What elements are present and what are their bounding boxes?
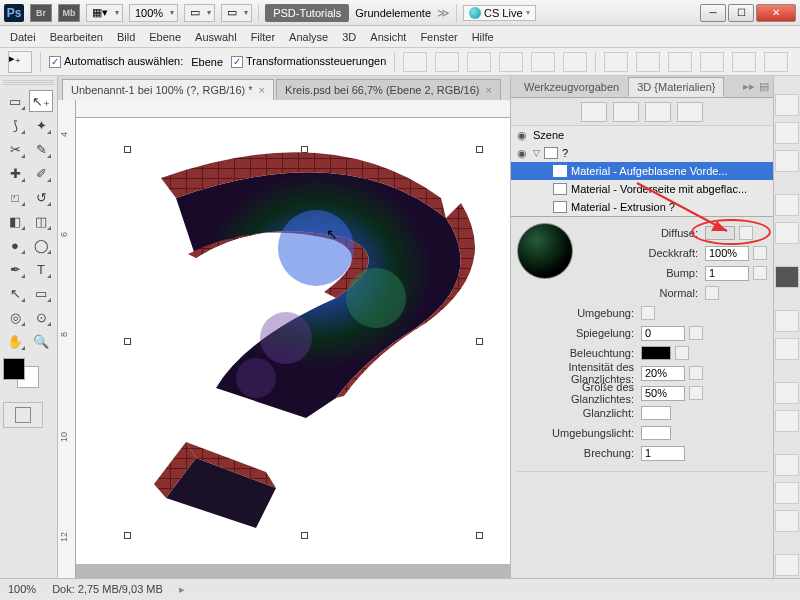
close-tab-icon[interactable]: × xyxy=(486,84,492,96)
distribute-2-icon[interactable] xyxy=(636,52,660,72)
umgebungslicht-swatch[interactable] xyxy=(641,426,671,440)
align-vcenter-icon[interactable] xyxy=(435,52,459,72)
scene-item-material-2[interactable]: Material - Vorderseite mit abgeflac... xyxy=(511,180,773,198)
transform-handle[interactable] xyxy=(124,338,131,345)
material-preview-sphere[interactable] xyxy=(517,223,573,279)
input-glanz-intensitaet[interactable]: 20% xyxy=(641,366,685,381)
3d-tool[interactable]: ◎ xyxy=(3,306,27,328)
3d-light-filter-icon[interactable] xyxy=(677,102,703,122)
bump-menu-icon[interactable] xyxy=(753,266,767,280)
color-swatches[interactable] xyxy=(3,358,39,388)
ruler-vertical[interactable]: 4 6 8 10 12 xyxy=(58,100,76,578)
tab-werkzeugvorgaben[interactable]: Werkzeugvorgaben xyxy=(515,77,628,97)
canvas[interactable]: ↖ xyxy=(76,118,510,578)
shape-tool[interactable]: ▭ xyxy=(29,282,53,304)
dock-layers-icon[interactable] xyxy=(775,454,799,476)
3d-mesh-filter-icon[interactable] xyxy=(613,102,639,122)
input-spiegelung[interactable]: 0 xyxy=(641,326,685,341)
diffuse-menu-icon[interactable] xyxy=(739,226,753,240)
input-deckkraft[interactable]: 100% xyxy=(705,246,749,261)
dodge-tool[interactable]: ◯ xyxy=(29,234,53,256)
crop-tool[interactable]: ✂ xyxy=(3,138,27,160)
hand-tool[interactable]: ✋ xyxy=(3,330,27,352)
marquee-tool[interactable]: ▭ xyxy=(3,90,27,112)
arrange-dropdown[interactable]: ▭ xyxy=(184,4,215,22)
dock-actions-icon[interactable] xyxy=(775,338,799,360)
eyedropper-tool[interactable]: ✎ xyxy=(29,138,53,160)
healing-tool[interactable]: ✚ xyxy=(3,162,27,184)
input-glanz-groesse[interactable]: 50% xyxy=(641,386,685,401)
move-tool[interactable]: ↖₊ xyxy=(29,90,53,112)
gradient-tool[interactable]: ◫ xyxy=(29,210,53,232)
stamp-tool[interactable]: ⏍ xyxy=(3,186,27,208)
cslive-button[interactable]: CS Live ▾ xyxy=(463,5,536,21)
dock-paths-icon[interactable] xyxy=(775,510,799,532)
menu-datei[interactable]: Datei xyxy=(10,31,36,43)
panel-collapse-icon[interactable]: ▸▸ xyxy=(743,80,755,93)
path-tool[interactable]: ↖ xyxy=(3,282,27,304)
menu-fenster[interactable]: Fenster xyxy=(420,31,457,43)
dock-3d-icon[interactable] xyxy=(775,554,799,576)
minimize-button[interactable]: ─ xyxy=(700,4,726,22)
distribute-6-icon[interactable] xyxy=(764,52,788,72)
tab-2[interactable]: Kreis.psd bei 66,7% (Ebene 2, RGB/16)× xyxy=(276,79,501,100)
transform-handle[interactable] xyxy=(124,146,131,153)
beleuchtung-swatch[interactable] xyxy=(641,346,671,360)
transform-checkbox[interactable]: Transformationssteuerungen xyxy=(231,55,386,68)
bridge-icon[interactable]: Br xyxy=(30,4,52,22)
align-right-icon[interactable] xyxy=(563,52,587,72)
menu-analyse[interactable]: Analyse xyxy=(289,31,328,43)
auto-select-dropdown[interactable]: Ebene xyxy=(191,56,223,68)
distribute-5-icon[interactable] xyxy=(732,52,756,72)
input-brechung[interactable]: 1 xyxy=(641,446,685,461)
distribute-1-icon[interactable] xyxy=(604,52,628,72)
status-docsize[interactable]: Dok: 2,75 MB/9,03 MB xyxy=(52,583,163,595)
dock-character-icon[interactable] xyxy=(775,382,799,404)
workspace-expand[interactable]: ≫ xyxy=(437,6,450,20)
status-arrow-icon[interactable]: ▸ xyxy=(179,583,185,596)
align-hcenter-icon[interactable] xyxy=(531,52,555,72)
quick-mask-toggle[interactable] xyxy=(3,402,43,428)
distribute-4-icon[interactable] xyxy=(700,52,724,72)
magic-wand-tool[interactable]: ✦ xyxy=(29,114,53,136)
view-dropdown[interactable]: ▦▾ xyxy=(86,4,123,22)
tab-1[interactable]: Unbenannt-1 bei 100% (?, RGB/16) *× xyxy=(62,79,274,100)
glanz-int-menu-icon[interactable] xyxy=(689,366,703,380)
minibridge-icon[interactable]: Mb xyxy=(58,4,80,22)
transform-handle[interactable] xyxy=(476,338,483,345)
brush-tool[interactable]: ✐ xyxy=(29,162,53,184)
screenmode-dropdown[interactable]: ▭ xyxy=(221,4,252,22)
glanzlicht-swatch[interactable] xyxy=(641,406,671,420)
current-tool-icon[interactable]: ▸₊ xyxy=(8,51,32,73)
dock-adjustments-icon[interactable] xyxy=(775,194,799,216)
menu-bearbeiten[interactable]: Bearbeiten xyxy=(50,31,103,43)
fg-color[interactable] xyxy=(3,358,25,380)
auto-select-checkbox[interactable]: Automatisch auswählen: xyxy=(49,55,183,68)
dock-history-icon[interactable] xyxy=(775,310,799,332)
menu-filter[interactable]: Filter xyxy=(251,31,275,43)
panel-menu-icon[interactable]: ▤ xyxy=(759,80,769,93)
close-button[interactable]: ✕ xyxy=(756,4,796,22)
3d-camera-tool[interactable]: ⊙ xyxy=(29,306,53,328)
status-zoom[interactable]: 100% xyxy=(8,583,36,595)
glanz-groesse-menu-icon[interactable] xyxy=(689,386,703,400)
visibility-icon[interactable]: ◉ xyxy=(515,129,529,142)
align-top-icon[interactable] xyxy=(403,52,427,72)
menu-3d[interactable]: 3D xyxy=(342,31,356,43)
deckkraft-menu-icon[interactable] xyxy=(753,246,767,260)
dock-color-icon[interactable] xyxy=(775,94,799,116)
lasso-tool[interactable]: ⟆ xyxy=(3,114,27,136)
diffuse-swatch[interactable] xyxy=(705,226,735,240)
align-left-icon[interactable] xyxy=(499,52,523,72)
spiegelung-menu-icon[interactable] xyxy=(689,326,703,340)
transform-handle[interactable] xyxy=(476,532,483,539)
eraser-tool[interactable]: ◧ xyxy=(3,210,27,232)
umgebung-menu-icon[interactable] xyxy=(641,306,655,320)
blur-tool[interactable]: ● xyxy=(3,234,27,256)
workspace-secondary[interactable]: Grundelemente xyxy=(355,7,431,19)
close-tab-icon[interactable]: × xyxy=(259,84,265,96)
workspace-button[interactable]: PSD-Tutorials xyxy=(265,4,349,22)
menu-auswahl[interactable]: Auswahl xyxy=(195,31,237,43)
3d-material-filter-icon[interactable] xyxy=(645,102,671,122)
3d-scene-filter-icon[interactable] xyxy=(581,102,607,122)
